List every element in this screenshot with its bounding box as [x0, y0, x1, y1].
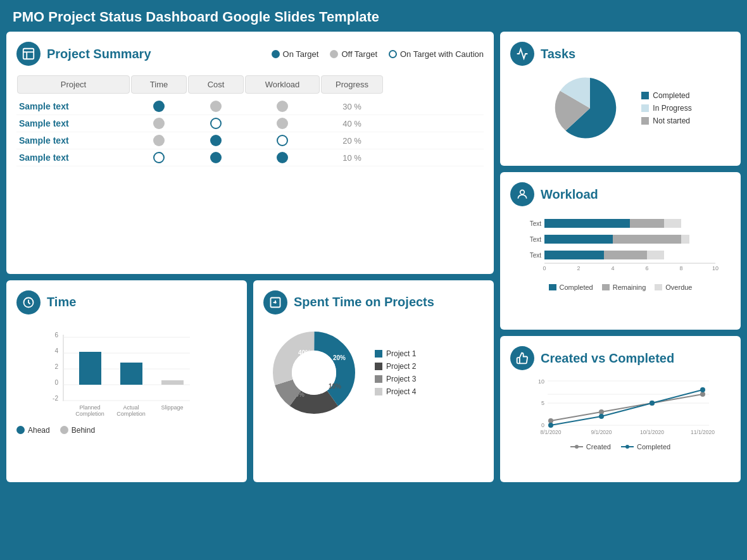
line-chart: 10 5 0 [510, 378, 731, 451]
col-time: Time [131, 75, 187, 94]
legend-caution: On Target with Caution [389, 49, 484, 59]
svg-point-68 [599, 414, 604, 419]
svg-text:4: 4 [611, 265, 614, 271]
svg-text:4: 4 [54, 347, 58, 354]
svg-text:Actual: Actual [123, 404, 139, 411]
svg-text:0: 0 [54, 379, 58, 386]
time-card: Time 6 4 2 0 -2 [6, 280, 247, 482]
svg-text:10: 10 [712, 265, 719, 271]
tasks-legend: Completed In Progress Not started [641, 91, 691, 125]
spent-time-title: Spent Time on Projects [294, 295, 434, 309]
svg-rect-15 [79, 352, 101, 385]
svg-rect-47 [604, 251, 647, 259]
workload-legend: Completed Remaining Overdue [510, 283, 731, 291]
col-workload: Workload [245, 75, 320, 94]
table-row: Sample text 10 % [16, 149, 484, 166]
project-summary-card: Project Summary On Target Off Target On … [6, 32, 494, 274]
spent-time-legend: Project 1 Project 2 Project 3 Project 4 [375, 349, 416, 396]
legend-off-target: Off Target [330, 49, 377, 59]
tasks-pie: Completed In Progress Not started [510, 73, 731, 143]
tasks-title: Tasks [541, 47, 575, 61]
svg-text:9/1/2020: 9/1/2020 [591, 429, 612, 435]
svg-point-26 [275, 302, 276, 303]
project-summary-title: Project Summary [47, 47, 151, 61]
col-cost: Cost [188, 75, 244, 94]
svg-text:-2: -2 [53, 395, 58, 402]
svg-text:6: 6 [645, 265, 648, 271]
page-title: PMO Project Status Dashboard Google Slid… [0, 0, 747, 32]
svg-text:8: 8 [679, 265, 682, 271]
svg-text:10%: 10% [329, 383, 341, 390]
svg-point-69 [650, 401, 655, 406]
svg-point-67 [548, 423, 553, 428]
svg-point-64 [599, 409, 604, 414]
workload-chart: Text Text Text 0 [510, 214, 731, 291]
workload-card: Workload Text Text Text [500, 172, 741, 330]
spent-time-donut: 40% 20% 10% 30% Project 1 Project 2 Proj… [263, 322, 484, 423]
svg-rect-42 [544, 235, 613, 244]
legend-on-target: On Target [272, 49, 319, 59]
svg-point-66 [700, 392, 705, 397]
svg-rect-40 [664, 219, 681, 228]
svg-text:10/1/2020: 10/1/2020 [640, 429, 664, 435]
svg-rect-16 [120, 363, 142, 385]
svg-point-76 [575, 445, 579, 449]
svg-text:40%: 40% [298, 349, 311, 356]
table-row: Sample text 20 % [16, 132, 484, 149]
svg-text:Text: Text [530, 220, 542, 227]
created-completed-title: Created vs Completed [541, 351, 674, 366]
svg-rect-43 [613, 235, 681, 244]
workload-icon [510, 182, 534, 206]
svg-text:0: 0 [541, 422, 544, 428]
svg-text:Slippage: Slippage [161, 404, 183, 411]
tasks-card: Tasks Completed In Progress No [500, 32, 741, 166]
svg-rect-17 [161, 380, 184, 385]
svg-text:8/1/2020: 8/1/2020 [540, 429, 561, 435]
time-icon [16, 290, 41, 314]
time-legend: Ahead Behind [16, 426, 237, 435]
svg-text:2: 2 [54, 363, 58, 370]
svg-point-78 [625, 445, 629, 449]
time-title: Time [47, 295, 76, 309]
tasks-icon [510, 42, 534, 66]
svg-rect-46 [544, 251, 604, 259]
svg-rect-39 [630, 219, 664, 228]
summary-table-header: Project Time Cost Workload Progress [16, 75, 484, 94]
svg-text:20%: 20% [333, 354, 346, 361]
spent-time-icon [263, 290, 287, 314]
svg-text:10: 10 [538, 378, 544, 385]
summary-legend: On Target Off Target On Target with Caut… [272, 49, 484, 59]
svg-rect-38 [544, 219, 630, 228]
table-row: Sample text 40 % [16, 115, 484, 132]
col-progress: Progress [321, 75, 383, 94]
svg-point-70 [700, 387, 705, 392]
svg-text:30%: 30% [292, 391, 304, 398]
spent-time-card: Spent Time on Projects [253, 280, 494, 482]
svg-text:5: 5 [541, 400, 544, 406]
svg-text:Text: Text [530, 252, 542, 259]
svg-text:2: 2 [577, 265, 580, 271]
table-row: Sample text 30 % [16, 98, 484, 115]
svg-text:0: 0 [543, 265, 546, 271]
created-completed-icon [510, 346, 534, 370]
line-chart-legend: Created Completed [510, 443, 731, 451]
created-completed-card: Created vs Completed 10 5 0 [500, 336, 741, 482]
svg-text:Text: Text [530, 236, 542, 243]
svg-rect-48 [647, 251, 664, 259]
svg-text:Completion: Completion [75, 411, 104, 417]
svg-rect-44 [681, 235, 689, 244]
col-project: Project [17, 75, 130, 94]
time-bar-chart: 6 4 2 0 -2 [16, 322, 237, 423]
svg-text:11/1/2020: 11/1/2020 [691, 429, 715, 435]
svg-point-36 [520, 190, 525, 195]
svg-text:6: 6 [54, 332, 58, 339]
svg-text:Planned: Planned [79, 404, 100, 411]
workload-title: Workload [541, 187, 598, 202]
project-summary-icon [16, 42, 41, 66]
svg-text:Completion: Completion [116, 411, 146, 417]
svg-point-63 [548, 418, 553, 423]
svg-rect-0 [23, 49, 34, 59]
